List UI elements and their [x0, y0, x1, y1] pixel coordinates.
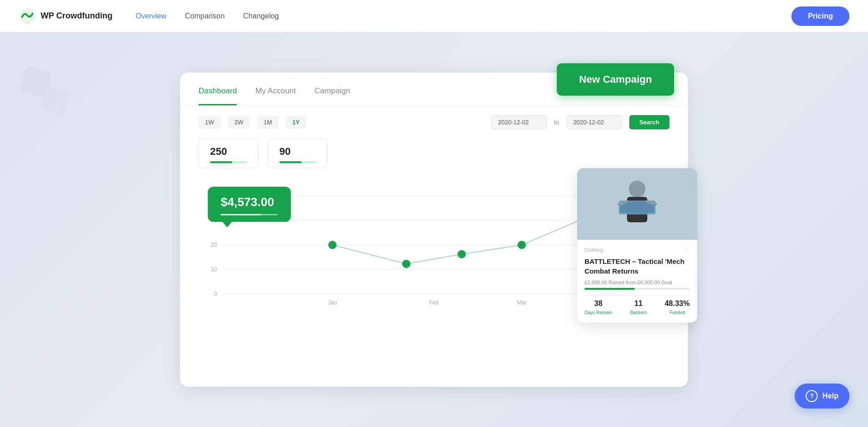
stat-box-2: 90 [268, 139, 328, 168]
campaign-title: BATTLETECH – Tactical 'Mech Combat Retur… [585, 256, 690, 276]
nav-links: Overview Comparison Changelog [136, 12, 791, 20]
tab-dashboard[interactable]: Dashboard [199, 86, 237, 105]
help-label: Help [822, 392, 838, 400]
svg-point-18 [629, 181, 645, 197]
chart-area: $4,573.00 40 30 20 10 0 [180, 177, 688, 316]
cstat-backers-value: 11 [630, 299, 647, 308]
dashboard-card: New Campaign Dashboard My Account Campai… [180, 73, 688, 387]
cstat-days-label: Days Remain [585, 310, 612, 315]
chart-dot-jan [328, 241, 337, 249]
date-from-input[interactable] [491, 115, 547, 129]
filters-row: 1W 2W 1M 1Y to Search [180, 106, 688, 139]
cstat-days-value: 38 [585, 299, 612, 308]
svg-rect-21 [620, 202, 654, 213]
cstat-backers-label: Backers [630, 310, 647, 315]
nav-overview[interactable]: Overview [136, 12, 167, 20]
chart-dot-feb [402, 260, 410, 268]
svg-text:20: 20 [211, 242, 217, 248]
chart-dot-feb2 [458, 250, 466, 258]
cstat-days: 38 Days Remain [585, 299, 612, 316]
campaign-progress-bar [585, 288, 690, 290]
tab-campaign[interactable]: Campaign [314, 86, 350, 105]
period-2w[interactable]: 2W [228, 116, 250, 129]
svg-text:Jan: Jan [328, 299, 337, 306]
stat-box-1: 250 [199, 139, 259, 168]
stat-value-2: 90 [279, 146, 316, 158]
search-button[interactable]: Search [629, 115, 669, 129]
campaign-raised: £2,900.00 Raised from £6,000.00 Goal [585, 280, 690, 285]
help-button[interactable]: ? Help [795, 384, 850, 409]
tooltip-value: $4,573.00 [221, 195, 278, 209]
campaign-body: Clothing ♡ BATTLETECH – Tactical 'Mech C… [577, 240, 697, 323]
new-campaign-button[interactable]: New Campaign [557, 63, 674, 96]
topnav: WP Crowdfunding Overview Comparison Chan… [0, 0, 868, 32]
svg-text:10: 10 [211, 266, 217, 273]
nav-changelog[interactable]: Changelog [243, 12, 279, 20]
date-to-label: to [554, 119, 559, 126]
svg-text:Mar: Mar [517, 299, 527, 306]
period-1w[interactable]: 1W [199, 116, 221, 129]
bg-shape-left [14, 60, 88, 134]
main-background: New Campaign Dashboard My Account Campai… [0, 32, 868, 427]
heart-icon: ♡ [684, 246, 690, 254]
stat-value-1: 250 [210, 146, 247, 158]
nav-comparison[interactable]: Comparison [185, 12, 224, 20]
period-1m[interactable]: 1M [257, 116, 278, 129]
campaign-progress-fill [585, 288, 635, 290]
logo-icon [18, 7, 36, 25]
svg-text:0: 0 [214, 291, 217, 297]
campaign-category-text: Clothing [585, 247, 603, 253]
cstat-funded-label: Funded [669, 310, 685, 315]
svg-text:Feb: Feb [429, 299, 439, 306]
pricing-button[interactable]: Pricing [791, 6, 850, 26]
period-1y[interactable]: 1Y [286, 116, 306, 129]
cstat-funded-value: 48.33% [665, 299, 690, 308]
date-to-input[interactable] [567, 115, 622, 129]
logo-text: WP Crowdfunding [41, 11, 113, 21]
help-icon: ? [806, 390, 818, 402]
campaign-category-row: Clothing ♡ [585, 246, 690, 254]
tooltip-bubble: $4,573.00 [208, 187, 291, 222]
tab-myaccount[interactable]: My Account [255, 86, 296, 105]
cstat-backers: 11 Backers [630, 299, 647, 316]
campaign-stats: 38 Days Remain 11 Backers 48.33% Funded [585, 295, 690, 316]
chart-dot-mar [518, 241, 526, 249]
logo-area: WP Crowdfunding [18, 7, 113, 25]
campaign-image [577, 168, 697, 240]
campaign-card: Clothing ♡ BATTLETECH – Tactical 'Mech C… [577, 168, 697, 323]
cstat-funded: 48.33% Funded [665, 299, 690, 316]
campaign-image-svg [577, 168, 697, 240]
